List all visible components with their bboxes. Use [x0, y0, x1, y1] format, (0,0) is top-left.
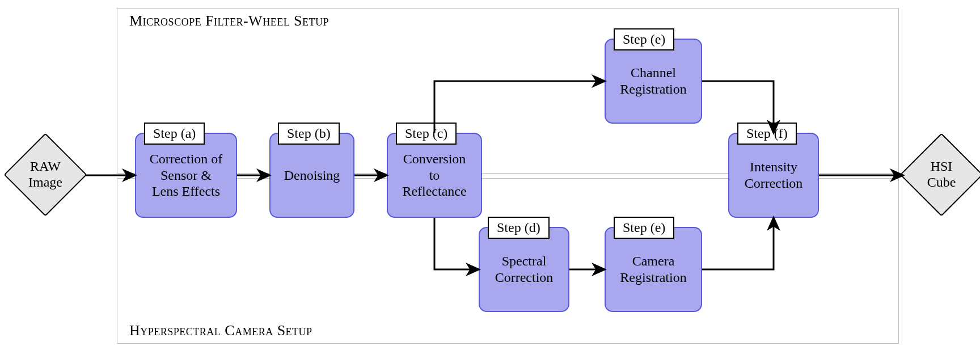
step-d-bottom-label: Step (d) — [488, 217, 550, 239]
step-c-label: Step (c) — [396, 123, 457, 145]
step-e-bottom-label: Step (e) — [614, 217, 674, 239]
step-e-top-label: Step (e) — [614, 28, 674, 50]
step-b: Denoising — [269, 133, 354, 218]
frame-top-title: Microscope Filter-Wheel Setup — [129, 12, 329, 29]
step-a: Correction of Sensor & Lens Effects — [135, 133, 237, 218]
step-a-label: Step (a) — [144, 123, 205, 145]
step-f-label: Step (f) — [737, 123, 797, 145]
diagram-canvas: { "frames": { "top": { "title": "Microsc… — [0, 0, 980, 346]
terminal-input: RAW Image — [6, 135, 85, 214]
terminal-output-text: HSI Cube — [927, 159, 956, 190]
step-f: Intensity Correction — [728, 133, 819, 218]
terminal-output: HSI Cube — [902, 135, 980, 214]
terminal-input-text: RAW Image — [28, 159, 62, 190]
step-b-label: Step (b) — [278, 123, 340, 145]
frame-bottom-title: Hyperspectral Camera Setup — [129, 322, 312, 339]
step-e-bottom: Camera Registration — [605, 227, 702, 312]
step-e-top: Channel Registration — [605, 39, 702, 124]
step-c: Conversion to Reflectance — [387, 133, 482, 218]
step-d-bottom: Spectral Correction — [479, 227, 569, 312]
